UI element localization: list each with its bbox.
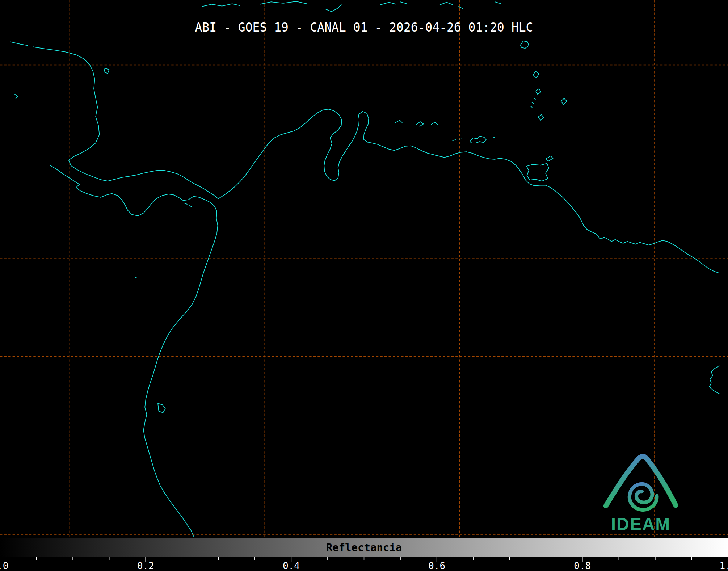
logo-hurricane-swirl <box>630 484 657 510</box>
colorbar-tick-label: 0.8 <box>574 560 591 571</box>
satellite-map: ABI - GOES 19 - CANAL 01 - 2026-04-26 01… <box>0 0 728 538</box>
coastline-central-america <box>10 42 218 198</box>
coastline-caribbean-south-america <box>218 109 719 273</box>
ideam-logo-icon <box>599 450 682 514</box>
islands-lesser-antilles <box>521 41 567 120</box>
colorbar-ticks <box>0 557 728 563</box>
colorbar-label: Reflectancia <box>326 541 402 554</box>
colorbar-tick-label: 1.0 <box>720 560 728 571</box>
colorbar-axis: 0.0 0.2 0.4 0.6 0.8 1.0 <box>0 557 728 571</box>
ideam-logo-text: IDEAM <box>599 516 682 533</box>
islands-misc <box>15 68 191 412</box>
colorbar-tick-label: 0.6 <box>428 560 445 571</box>
islands-venezuela-offshore <box>396 120 495 143</box>
goes-satellite-viewer: ABI - GOES 19 - CANAL 01 - 2026-04-26 01… <box>0 0 728 571</box>
colorbar-tick-label: 0.0 <box>0 560 8 571</box>
logo-mountain <box>606 457 676 506</box>
coastline-pacific-south-america <box>50 165 218 537</box>
colorbar-tick-label: 0.2 <box>137 560 154 571</box>
ideam-logo: IDEAM <box>599 450 682 538</box>
coastline-brazil-fragment <box>710 366 719 394</box>
colorbar-tick-label: 0.4 <box>283 560 300 571</box>
colorbar: Reflectancia <box>0 538 728 557</box>
image-title: ABI - GOES 19 - CANAL 01 - 2026-04-26 01… <box>0 20 728 34</box>
islands-trinidad-tobago <box>526 156 553 181</box>
islands-top-fragments <box>202 1 501 12</box>
